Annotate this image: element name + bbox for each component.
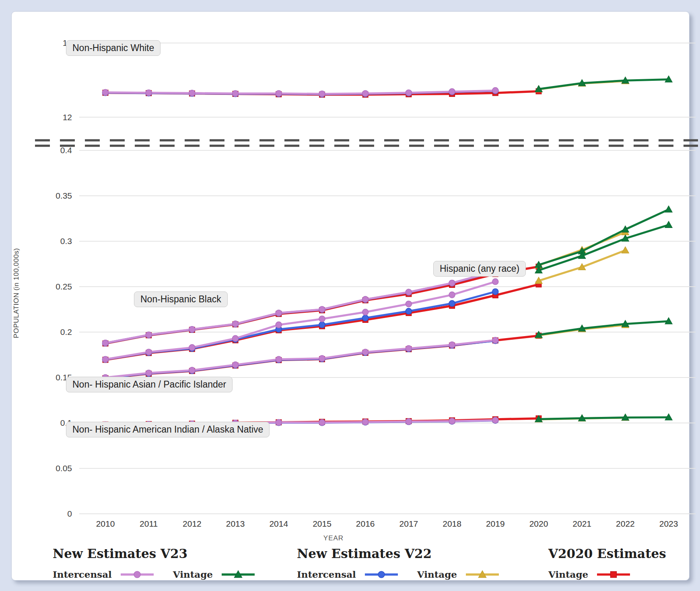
annotation-hispanic-any-race: Hispanic (any race): [433, 261, 526, 277]
series-marker-v22_intercensal: [406, 308, 412, 314]
series-marker-v23_intercensal: [319, 355, 325, 361]
series-marker-v22_intercensal: [319, 322, 325, 328]
series-marker-v23_intercensal: [146, 90, 152, 96]
legend-swatch-green-triangle-icon: [220, 569, 256, 580]
x-tick-label-year: 2010: [96, 519, 115, 528]
legend-group-v2020: V2020 Estimates Vintage: [548, 546, 666, 580]
legend-swatch-gold-triangle-icon: [464, 569, 500, 580]
x-tick-label-year: 2021: [572, 519, 591, 528]
series-marker-v23_intercensal: [103, 340, 109, 346]
series-marker-v23_intercensal: [492, 279, 498, 285]
legend-item-v2020-vintage: Vintage: [548, 569, 632, 580]
legend-group-v22: New Estimates V22 Intercensal Vintage: [297, 546, 500, 580]
series-marker-v23_intercensal: [276, 322, 282, 328]
legend-group-v23: New Estimates V23 Intercensal Vintage: [53, 546, 256, 580]
series-line-non-hispanic-black-v23_vintage: [539, 209, 669, 265]
legend-title-v23: New Estimates V23: [53, 546, 256, 561]
series-marker-v23_intercensal: [189, 367, 195, 373]
series-marker-v23_intercensal: [362, 309, 369, 315]
series-marker-v23_intercensal: [362, 419, 369, 425]
legend-item-v23-intercensal: Intercensal: [53, 569, 155, 580]
series-marker-v23_intercensal: [362, 296, 369, 302]
legend-title-v22: New Estimates V22: [297, 546, 500, 561]
legend-item-v22-intercensal: Intercensal: [297, 569, 399, 580]
series-line-hispanic-any-race--v23_vintage: [539, 225, 669, 270]
series-marker-v23_intercensal: [276, 310, 282, 316]
series-marker-v23_intercensal: [189, 345, 195, 351]
series-marker-v23_vintage: [665, 206, 672, 212]
legend-title-v2020: V2020 Estimates: [548, 546, 666, 561]
x-tick-label-year: 2014: [269, 519, 288, 528]
series-marker-v23_intercensal: [319, 419, 325, 425]
x-tick-label-year: 2015: [313, 519, 331, 528]
series-marker-v23_intercensal: [362, 349, 369, 355]
series-marker-v23_intercensal: [319, 91, 325, 97]
x-axis-title: YEAR: [269, 534, 398, 542]
x-tick-label-year: 2019: [486, 519, 505, 528]
series-marker-v23_intercensal: [233, 335, 239, 341]
series-marker-v23_intercensal: [103, 89, 109, 95]
series-marker-v22_vintage: [622, 247, 629, 253]
series-line-non-hispanic-asian-pacific-islander-v23_intercensal: [105, 340, 495, 378]
population-estimates-chart: 14120.40.350.30.250.20.150.10.0502010201…: [12, 12, 700, 591]
series-marker-v23_intercensal: [362, 90, 369, 96]
y-tick-label-bottom: 0.05: [56, 464, 72, 473]
chart-card: 14120.40.350.30.250.20.150.10.0502010201…: [11, 11, 690, 581]
series-marker-v23_intercensal: [146, 349, 152, 355]
series-marker-v22_intercensal: [492, 289, 498, 295]
series-marker-v23_vintage: [665, 221, 672, 228]
series-marker-v23_intercensal: [146, 332, 152, 338]
legend-swatch-purple-circle-icon: [119, 569, 155, 580]
annotation-non-hispanic-asian-pacific-islander: Non- Hispanic Asian / Pacific Islander: [66, 377, 233, 392]
series-marker-v23_intercensal: [492, 417, 498, 423]
series-marker-v23_intercensal: [189, 90, 195, 96]
series-marker-v23_intercensal: [492, 88, 498, 94]
y-axis-title: POPULATION (in 100,000s): [12, 225, 21, 361]
x-tick-label-year: 2011: [140, 519, 158, 528]
series-marker-v23_intercensal: [406, 90, 412, 96]
series-marker-v23_intercensal: [233, 321, 239, 327]
legend-label: Intercensal: [53, 569, 112, 580]
x-tick-label-year: 2013: [226, 519, 245, 528]
legend-item-v22-vintage: Vintage: [417, 569, 500, 580]
series-marker-v23_intercensal: [233, 362, 239, 368]
annotation-non-hispanic-black: Non-Hispanic Black: [134, 291, 228, 307]
legend-swatch-blue-circle-icon: [363, 569, 399, 580]
x-tick-label-year: 2022: [616, 519, 635, 528]
y-tick-label-bottom: 0.4: [60, 146, 72, 155]
legend-item-v23-vintage: Vintage: [173, 569, 256, 580]
annotation-non-hispanic-white: Non-Hispanic White: [66, 40, 161, 56]
x-tick-label-year: 2017: [399, 519, 418, 528]
y-tick-label-bottom: 0: [67, 509, 72, 518]
series-marker-v23_intercensal: [146, 370, 152, 376]
series-marker-v22_intercensal: [362, 315, 369, 321]
y-tick-label-bottom: 0.25: [56, 282, 72, 291]
page: { "axis": { "x_label": "YEAR", "y_label"…: [0, 0, 700, 591]
series-marker-v23_intercensal: [189, 326, 195, 332]
series-marker-v23_intercensal: [406, 345, 412, 351]
y-tick-label-bottom: 0.35: [56, 191, 72, 200]
series-marker-v23_intercensal: [276, 419, 282, 425]
series-marker-v23_intercensal: [276, 356, 282, 362]
series-marker-v22_intercensal: [449, 300, 455, 306]
x-tick-label-year: 2020: [529, 519, 548, 528]
series-marker-v23_intercensal: [406, 301, 412, 307]
y-tick-label-top: 12: [63, 113, 72, 122]
annotation-non-hispanic-american-indian-alaska-native: Non- Hispanic American Indian / Alaska N…: [66, 422, 270, 437]
series-marker-v23_intercensal: [276, 90, 282, 96]
series-marker-v23_intercensal: [449, 88, 455, 94]
y-tick-label-bottom: 0.2: [60, 327, 72, 337]
series-marker-v23_intercensal: [449, 292, 455, 298]
series-marker-v23_intercensal: [449, 342, 455, 348]
x-tick-label-year: 2023: [659, 519, 678, 528]
legend-label: Vintage: [548, 569, 588, 580]
series-marker-v23_intercensal: [103, 356, 109, 362]
series-marker-v23_intercensal: [449, 280, 455, 286]
series-marker-v23_intercensal: [492, 337, 498, 343]
x-tick-label-year: 2012: [183, 519, 202, 528]
series-marker-v23_intercensal: [233, 90, 239, 96]
x-tick-label-year: 2018: [443, 519, 461, 528]
legend-label: Vintage: [417, 569, 457, 580]
legend-label: Intercensal: [297, 569, 356, 580]
series-line-non-hispanic-american-indian-alaska-native-v23_vintage: [539, 417, 669, 419]
